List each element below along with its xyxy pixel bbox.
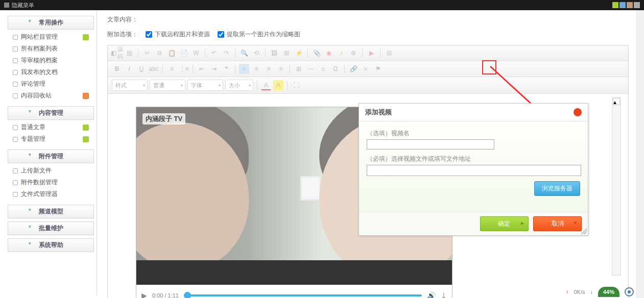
unlink-icon[interactable]: ⤫ [361, 64, 371, 74]
cut-icon[interactable]: ✂ [142, 48, 152, 58]
left-tab-strip[interactable] [0, 10, 5, 296]
font-select[interactable]: 字体 [187, 80, 223, 91]
checkbox-download-remote[interactable] [146, 31, 152, 38]
ol-icon[interactable]: ≡ [166, 64, 177, 74]
play-icon[interactable]: ▶ [141, 291, 147, 299]
insert-video-icon[interactable]: ▶ [366, 48, 376, 58]
sidebar-item-all-docs[interactable]: 所有档案列表 [13, 43, 94, 55]
paste-icon[interactable]: 📋 [166, 48, 177, 58]
anchor-icon[interactable]: ⚑ [373, 64, 383, 74]
editor-toolbar-2: B I U abc ≡ ⋮≡ ⇤ ⇥ ❝ ≡ ≡ ≡ ≡ ⊞ — ☺ Ω [108, 61, 628, 77]
image-icon[interactable]: 🖼 [269, 48, 279, 58]
win-btn-1[interactable] [612, 2, 618, 8]
sidebar-item-filemgr[interactable]: 文件式管理器 [13, 188, 94, 200]
source-label: 源码 [117, 45, 123, 61]
music-icon[interactable]: ♪ [336, 48, 346, 58]
ul-icon[interactable]: ⋮≡ [179, 64, 189, 74]
upload-arrow-icon: ↑ [566, 289, 569, 295]
sidebar-hdr-channel[interactable]: 频道模型 [8, 205, 94, 218]
sidebar-hdr-batch[interactable]: 批量维护 [8, 221, 94, 235]
blockquote-icon[interactable]: ❝ [221, 64, 231, 74]
paste-text-icon[interactable]: 📄 [179, 48, 189, 58]
sidebar-item-recycle[interactable]: 内容回收站 [13, 90, 94, 102]
align-center-icon[interactable]: ≡ [251, 64, 261, 74]
replace-icon[interactable]: ⟲ [251, 48, 261, 58]
sidebar-item-label: 普通文章 [21, 123, 45, 132]
cancel-button[interactable]: 取消 [533, 216, 582, 231]
sidebar-item-columns[interactable]: 网站栏目管理 [13, 31, 94, 43]
win-btn-3[interactable] [627, 2, 633, 8]
size-select[interactable]: 大小 [225, 80, 253, 91]
align-left-icon[interactable]: ≡ [239, 64, 249, 74]
emoji-icon[interactable]: ☺ [318, 64, 328, 74]
outdent-icon[interactable]: ⇤ [197, 64, 207, 74]
indent-icon[interactable]: ⇥ [209, 64, 219, 74]
sidebar-item-upload[interactable]: 上传新文件 [13, 165, 94, 177]
dialog-header[interactable]: 添加视频 [359, 104, 588, 121]
editor-toolbar-3: 样式 普通 字体 大小 A A ⛶ [108, 77, 628, 94]
newpage-icon[interactable]: ▤ [124, 48, 134, 58]
addon-icon[interactable]: ⊕ [348, 48, 359, 58]
video-seek[interactable] [184, 294, 422, 296]
tray-app-icon[interactable] [625, 287, 634, 296]
style-select[interactable]: 样式 [112, 80, 148, 91]
redo-icon[interactable]: ↷ [221, 48, 231, 58]
specialchar-icon[interactable]: Ω [330, 64, 341, 74]
table-icon[interactable]: ⊞ [294, 64, 304, 74]
editor-scrollbar[interactable]: ▴ [612, 97, 621, 276]
text-color-icon[interactable]: A [261, 80, 271, 90]
video-url-input[interactable] [367, 165, 581, 176]
bold-icon[interactable]: B [112, 64, 122, 74]
volume-icon[interactable]: 🔊 [427, 291, 436, 299]
sidebar-item-comments[interactable]: 评论管理 [13, 78, 94, 90]
underline-icon[interactable]: U [136, 64, 147, 74]
fullscreen-icon[interactable]: ⤓ [441, 291, 447, 299]
align-right-icon[interactable]: ≡ [264, 64, 274, 74]
link-icon[interactable]: 🔗 [348, 64, 359, 74]
sidebar-hdr-attach[interactable]: 附件管理 [8, 150, 94, 163]
strike-icon[interactable]: abc [149, 64, 159, 74]
ok-button[interactable]: 确定 [480, 216, 529, 231]
hr-icon[interactable]: — [306, 64, 316, 74]
italic-icon[interactable]: I [124, 64, 134, 74]
sidebar-item-attach-db[interactable]: 附件数据管理 [13, 177, 94, 188]
flash-icon[interactable]: ⚡ [294, 48, 304, 58]
sidebar-hdr-common[interactable]: 常用操作 [8, 16, 94, 30]
sidebar-item-label: 网站栏目管理 [21, 33, 58, 41]
attachment-icon[interactable]: 📎 [312, 48, 322, 58]
checkbox-first-thumb[interactable] [218, 31, 224, 38]
maximize-icon[interactable]: ⛶ [291, 80, 301, 90]
field2-label: （必填）选择视频文件或填写文件地址 [367, 155, 580, 163]
win-btn-4[interactable] [634, 2, 640, 8]
page-scrollbar[interactable] [636, 10, 644, 298]
video-name-input[interactable] [367, 139, 494, 150]
copy-icon[interactable]: ⧉ [154, 48, 164, 58]
annotation-highlight-box [482, 60, 496, 74]
close-icon[interactable] [574, 108, 582, 116]
sidebar-hdr-help[interactable]: 系统帮助 [8, 238, 94, 252]
source-button[interactable]: ◧ 源码 [112, 48, 122, 58]
format-select[interactable]: 普通 [150, 80, 185, 91]
resize-handle[interactable] [581, 228, 587, 234]
scroll-up-icon[interactable]: ▴ [613, 98, 620, 105]
sidebar-item-label: 等审核的档案 [21, 56, 58, 65]
sidebar-item-pending[interactable]: 等审核的档案 [13, 55, 94, 66]
bg-color-icon[interactable]: A [273, 80, 283, 90]
find-icon[interactable]: 🔍 [239, 48, 249, 58]
sidebar-item-label: 我发布的文档 [21, 68, 58, 77]
undo-icon[interactable]: ↶ [209, 48, 219, 58]
sidebar-hdr-content[interactable]: 内容管理 [8, 106, 94, 120]
win-btn-2[interactable] [619, 2, 626, 8]
status-icon [83, 125, 89, 131]
sidebar-item-article[interactable]: 普通文章 [13, 121, 94, 133]
multi-image-icon[interactable]: ⊞ [281, 48, 292, 58]
dialog-footer: 确定 取消 [359, 212, 588, 235]
pagebreak-icon[interactable]: ⊟ [384, 48, 394, 58]
media-icon[interactable]: ◉ [324, 48, 334, 58]
sidebar-item-topic[interactable]: 专题管理 [13, 133, 94, 145]
battery-pct[interactable]: 44% [598, 287, 619, 297]
sidebar-item-my-docs[interactable]: 我发布的文档 [13, 66, 94, 78]
paste-word-icon[interactable]: W [191, 48, 201, 58]
align-justify-icon[interactable]: ≡ [276, 64, 286, 74]
browse-server-button[interactable]: 浏览服务器 [534, 181, 580, 196]
